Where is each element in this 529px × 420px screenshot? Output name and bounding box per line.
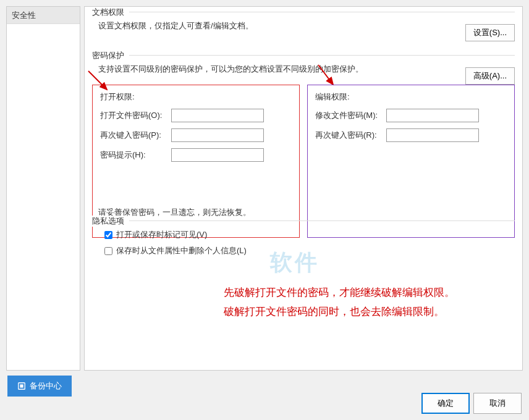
open-pwd-label: 打开文件密码(O): — [100, 110, 171, 121]
backup-center-label: 备份中心 — [30, 380, 62, 392]
open-pwd-confirm-label: 再次键入密码(P): — [100, 130, 171, 141]
chk-mark-visible-label: 打开或保存时标记可见(V) — [116, 229, 207, 240]
svg-rect-3 — [20, 384, 23, 387]
group-password-protect: 密码保护 支持设置不同级别的密码保护，可以为您的文档设置不同级别的加密保护。 高… — [92, 55, 515, 200]
group-privacy: 隐私选项 打开或保存时标记可见(V) 保存时从文件属性中删除个人信息(L) — [92, 220, 515, 265]
open-pwd-input[interactable] — [171, 109, 264, 122]
pwd-advanced-button[interactable]: 高级(A)... — [465, 67, 515, 85]
group-doc-permission: 文档权限 设置文档权限，仅指定人可查看/编辑文档。 设置(S)... — [92, 12, 515, 48]
edit-pwd-input[interactable] — [386, 109, 479, 122]
open-pwd-confirm-input[interactable] — [171, 128, 264, 142]
edit-pwd-confirm-input[interactable] — [386, 128, 479, 142]
sidebar-item-security[interactable]: 安全性 — [7, 7, 80, 24]
edit-permission-box: 编辑权限: 修改文件密码(M): 再次键入密码(R): — [307, 85, 515, 238]
edit-pwd-label: 修改文件密码(M): — [315, 110, 386, 121]
open-permission-box: 打开权限: 打开文件密码(O): 再次键入密码(P): 密码提示(H): — [92, 85, 300, 238]
edit-pwd-confirm-label: 再次键入密码(R): — [315, 130, 386, 141]
open-pwd-hint-input[interactable] — [171, 148, 264, 162]
cancel-button[interactable]: 取消 — [473, 393, 522, 414]
edit-perm-title: 编辑权限: — [315, 91, 507, 103]
chk-mark-visible[interactable] — [104, 231, 112, 239]
sidebar: 安全性 — [6, 6, 80, 371]
dialog-footer: 确定 取消 — [421, 393, 522, 414]
chk-remove-personal-label: 保存时从文件属性中删除个人信息(L) — [116, 245, 247, 256]
doc-perm-settings-button[interactable]: 设置(S)... — [465, 24, 515, 41]
ok-button[interactable]: 确定 — [421, 393, 470, 414]
annotation-line2: 破解打开文件密码的同时，也会去除编辑限制。 — [224, 303, 455, 322]
pwd-desc: 支持设置不同级别的密码保护，可以为您的文档设置不同级别的加密保护。 — [98, 64, 363, 74]
doc-perm-desc: 设置文档权限，仅指定人可查看/编辑文档。 — [98, 21, 253, 30]
backup-icon — [17, 382, 26, 390]
annotation-line1: 先破解打开文件的密码，才能继续破解编辑权限。 — [224, 284, 455, 303]
open-pwd-hint-label: 密码提示(H): — [100, 149, 171, 161]
chk-remove-personal[interactable] — [104, 247, 112, 255]
main-panel: 文档权限 设置文档权限，仅指定人可查看/编辑文档。 设置(S)... 密码保护 … — [84, 6, 523, 371]
annotation-text: 先破解打开文件的密码，才能继续破解编辑权限。 破解打开文件密码的同时，也会去除编… — [224, 284, 455, 321]
backup-center-button[interactable]: 备份中心 — [7, 376, 72, 397]
open-perm-title: 打开权限: — [100, 91, 292, 103]
